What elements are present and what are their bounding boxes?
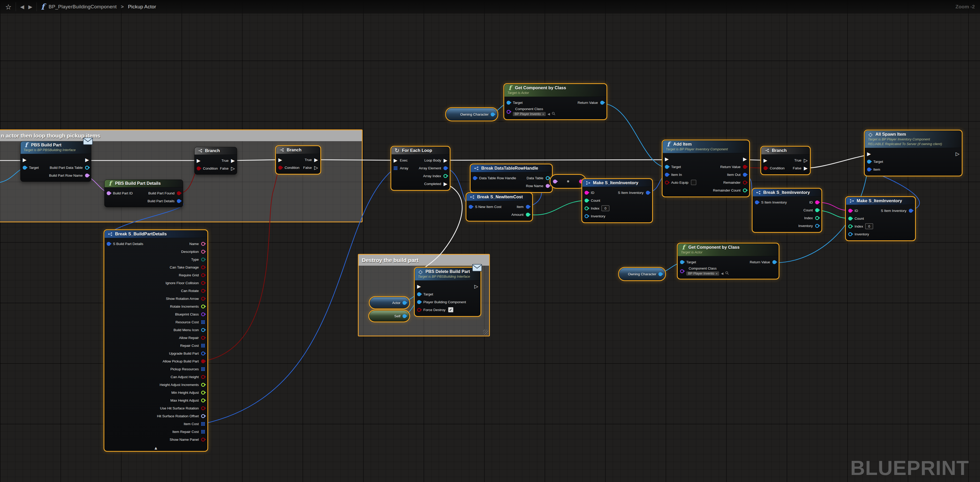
pin-exec[interactable]: ▶ — [197, 158, 200, 163]
pin-target[interactable]: Target — [665, 165, 681, 169]
pin-target[interactable]: Target — [680, 260, 696, 264]
pin-item[interactable]: Item — [867, 168, 880, 171]
pin-target[interactable]: Target — [417, 292, 433, 296]
pin-blueprint-class[interactable]: Blueprint Class — [175, 312, 205, 316]
pin-id[interactable]: ID — [585, 191, 595, 195]
pin-build-part-data-table[interactable]: Build Part Data Table — [49, 166, 89, 170]
pin-row-name[interactable]: Row Name — [526, 184, 550, 188]
pin-component-class[interactable]: Component ClassBP Player Invento▾◀ — [507, 107, 555, 117]
pin-index[interactable]: Index0 — [585, 205, 609, 211]
collapse-arrow-icon[interactable]: ▲ — [105, 445, 207, 451]
pin-s-new-item-cost[interactable]: S New Item Cost — [469, 205, 501, 209]
pin-auto-equip[interactable]: Auto Equip✔ — [665, 180, 696, 185]
node-conv-name-to-string[interactable] — [550, 175, 585, 188]
node-get-component-by-class-bottom[interactable]: fGet Component by ClassTarget is ActorTa… — [678, 244, 779, 279]
pin-max-height-adjust[interactable]: Max Height Adjust — [170, 399, 205, 402]
breadcrumb-current[interactable]: Pickup Actor — [128, 4, 156, 10]
pin-s-item-inventory[interactable]: S Item Inventory — [618, 191, 650, 195]
graph-canvas[interactable]: fPBS Build PartTarget is BP PBSBuilding … — [0, 0, 980, 482]
forward-arrow-icon[interactable]: ▶ — [29, 4, 32, 10]
node-for-each-loop[interactable]: ↻For Each Loop▶ExecLoop Body▶ArrayArray … — [391, 147, 450, 190]
pin-data-table-row-handle[interactable]: Data Table Row Handle — [473, 176, 516, 180]
pin-show-name-panel[interactable]: Show Name Panel — [170, 437, 205, 442]
node-branch-right[interactable]: Branch▶True▷ConditionFalse▶ — [761, 147, 810, 174]
pin-exec[interactable]: ▶ — [867, 152, 871, 156]
pin-height-adjust-increments[interactable]: Height Adjust Increments — [160, 383, 205, 387]
pin-false[interactable]: False▷ — [303, 165, 318, 170]
node-break-s-iteminventory[interactable]: Break S_ItemInventoryS Item InventoryIDC… — [752, 189, 821, 232]
pin-exec[interactable]: ▶ — [278, 157, 282, 162]
node-pbs-build-part-details[interactable]: fPBS Build Part DetailsBuild Part IDBuil… — [104, 180, 183, 207]
pin-build-part-found[interactable]: Build Part Found — [148, 191, 181, 195]
node-owning-character-variable[interactable]: Owning Character — [619, 268, 665, 280]
input-pin-icon[interactable] — [553, 180, 557, 184]
pin-condition[interactable]: Condition — [278, 166, 299, 170]
pin-true[interactable]: True▷ — [794, 158, 808, 163]
breadcrumb-root[interactable]: BP_PlayerBuildingComponent — [49, 4, 116, 10]
pin-return-value[interactable]: Return Value — [720, 165, 747, 169]
pin-build-part-details[interactable]: Build Part Details — [147, 199, 181, 203]
pin-component-class[interactable]: Component ClassBP Player Invento▾◀ — [680, 267, 729, 276]
pin-force-destroy[interactable]: Force Destroy✔ — [417, 307, 453, 312]
pin-show-rotation-arrow[interactable]: Show Rotation Arrow — [166, 297, 205, 301]
node-break-datatablerowhandle[interactable]: Break DataTableRowHandleData Table Row H… — [471, 164, 552, 192]
node-pbs-build-part[interactable]: fPBS Build PartTarget is BP PBSBuilding … — [20, 141, 91, 182]
pin-build-part-id[interactable]: Build Part ID — [107, 191, 133, 195]
pin-inventory[interactable]: Inventory — [798, 224, 819, 228]
node-get-component-by-class-top[interactable]: fGet Component by ClassTarget is ActorTa… — [504, 84, 606, 119]
class-select-dropdown[interactable]: BP Player Invento▾ — [513, 112, 546, 116]
node-pbs-delete-build-part[interactable]: ◇PBS Delete Build PartTarget is BP PBSBu… — [415, 268, 480, 316]
pin-exec[interactable]: ▶ — [764, 158, 767, 163]
output-pin-icon[interactable] — [659, 272, 662, 276]
node-make-s-iteminventory-right[interactable]: Make S_ItemInventoryIDS Item InventoryCo… — [846, 197, 915, 240]
pin-can-take-damage[interactable]: Can Take Damage — [170, 265, 205, 269]
browse-magnifier-icon[interactable] — [552, 112, 555, 117]
pin-allow-repair[interactable]: Allow Repair — [179, 336, 205, 340]
pin-return-value[interactable]: Return Value — [750, 260, 776, 264]
pin-exec[interactable]: ▶ — [665, 156, 669, 161]
pin-array-index[interactable]: Array Index — [423, 174, 447, 178]
pin-exec[interactable]: ▶ — [85, 157, 89, 162]
pin-exec[interactable]: ▶ — [23, 157, 27, 162]
pin-item[interactable]: Item — [517, 205, 530, 209]
pin-loop-body[interactable]: Loop Body▶ — [425, 158, 447, 163]
pin-name[interactable]: Name — [189, 242, 205, 246]
pin-array[interactable]: Array — [394, 166, 408, 170]
pin-min-height-adjust[interactable]: Min Height Adjust — [171, 391, 205, 394]
pin-pickup-resources[interactable]: Pickup Resources — [170, 367, 205, 371]
pin-id[interactable]: ID — [810, 200, 819, 204]
pin-exec[interactable]: ▶ — [417, 284, 421, 289]
pin-exec[interactable]: ▶Exec — [394, 158, 408, 163]
use-selected-icon[interactable]: ◀ — [547, 112, 550, 116]
pin-count[interactable]: Count — [848, 217, 864, 220]
pin-exec[interactable]: ▷ — [956, 152, 959, 156]
pin-exec[interactable]: ▶ — [743, 156, 747, 161]
pin-item-out[interactable]: Item Out — [727, 173, 747, 177]
pin-amount[interactable]: Amount — [511, 213, 530, 217]
pin-true[interactable]: True▶ — [305, 157, 318, 162]
pin-item-repair-cost[interactable]: Item Repair Cost — [172, 430, 205, 434]
output-pin-icon[interactable] — [491, 112, 495, 117]
pin-data-table[interactable]: Data Table — [527, 176, 550, 180]
pin-condition[interactable]: Condition — [764, 166, 784, 170]
pin-can-adjust-height[interactable]: Can Adjust Height — [170, 375, 205, 379]
pin-count[interactable]: Count — [585, 199, 600, 203]
pin-repair-cost[interactable]: Repair Cost — [180, 344, 205, 348]
pin-require-grid[interactable]: Require Grid — [179, 273, 205, 277]
pin-return-value[interactable]: Return Value — [578, 101, 604, 105]
pin-value-input[interactable]: 0 — [601, 205, 609, 211]
node-self-variable[interactable]: Self — [369, 311, 409, 321]
pin-build-menu-icon[interactable]: Build Menu Icon — [173, 328, 205, 332]
pin-build-part-row-name[interactable]: Build Part Row Name — [49, 174, 89, 177]
pin-array-element[interactable]: Array Element — [418, 166, 447, 170]
pin-id[interactable]: ID — [848, 209, 858, 213]
pin-remainder[interactable]: Remainder — [723, 180, 747, 185]
pin-target[interactable]: Target — [23, 166, 39, 170]
class-select-dropdown[interactable]: BP Player Invento▾ — [686, 271, 719, 276]
pin-checkbox[interactable]: ✔ — [691, 180, 696, 185]
pin-s-item-inventory[interactable]: S Item Inventory — [755, 200, 787, 204]
pin-count[interactable]: Count — [803, 208, 819, 212]
pin-s-build-part-details[interactable]: S Build Part Details — [107, 242, 143, 246]
pin-index[interactable]: Index0 — [848, 223, 873, 229]
pin-exec[interactable]: ▷ — [474, 284, 478, 289]
